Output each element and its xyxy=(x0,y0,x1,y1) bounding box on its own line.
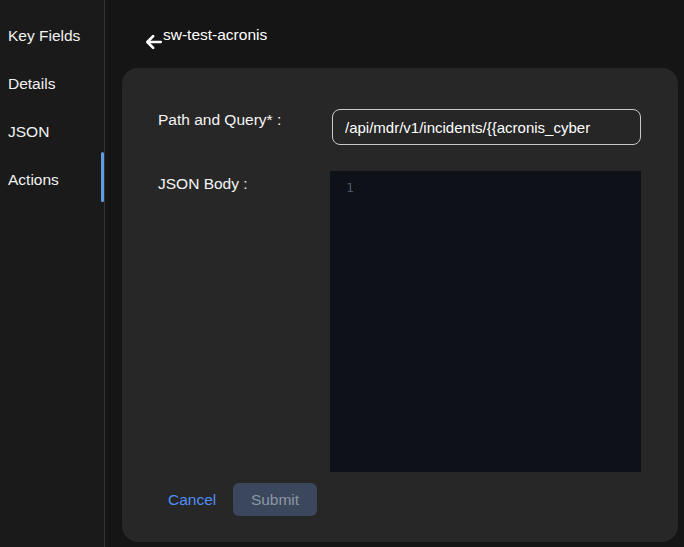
cancel-button[interactable]: Cancel xyxy=(168,491,216,509)
back-button[interactable] xyxy=(143,31,165,53)
editor-content[interactable] xyxy=(364,180,635,466)
path-query-input[interactable] xyxy=(332,109,641,145)
sidebar-item-actions[interactable]: Actions xyxy=(8,170,59,190)
sidebar: Key Fields Details JSON Actions xyxy=(0,0,105,547)
sidebar-item-details[interactable]: Details xyxy=(8,74,55,94)
sidebar-item-key-fields[interactable]: Key Fields xyxy=(8,26,80,46)
json-body-label: JSON Body : xyxy=(158,175,248,193)
main-content: sw-test-acronis Path and Query* : JSON B… xyxy=(105,0,684,547)
left-arrow-icon xyxy=(144,32,164,52)
page-title: sw-test-acronis xyxy=(163,26,267,44)
active-tab-indicator xyxy=(101,152,104,202)
page-header: sw-test-acronis xyxy=(105,0,684,68)
json-body-editor[interactable]: 1 xyxy=(330,171,641,472)
editor-line-number: 1 xyxy=(346,180,354,195)
sidebar-item-json[interactable]: JSON xyxy=(8,122,49,142)
action-form-card: Path and Query* : JSON Body : 1 Cancel S… xyxy=(122,68,678,542)
submit-button[interactable]: Submit xyxy=(233,483,317,516)
path-query-label: Path and Query* : xyxy=(158,111,281,129)
